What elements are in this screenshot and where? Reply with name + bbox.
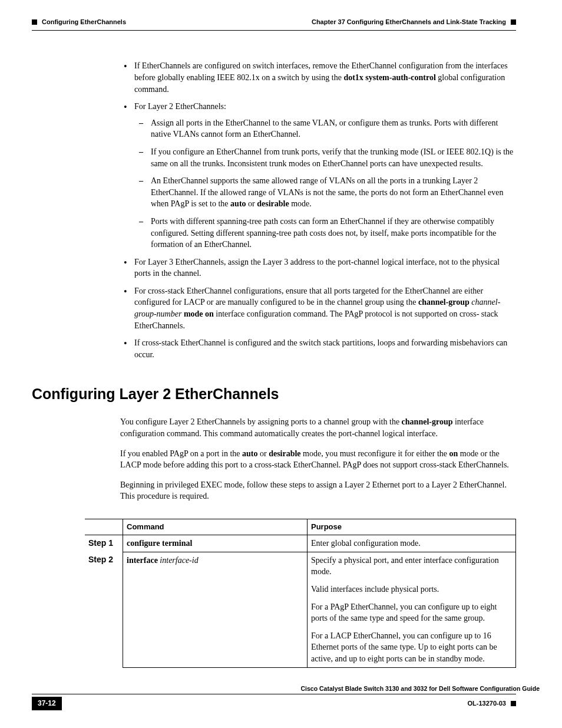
list-item: For Layer 2 EtherChannels: Assign all po… <box>120 101 516 251</box>
paragraph: If you enabled PAgP on a port in the aut… <box>120 448 516 471</box>
paragraph: Beginning in privileged EXEC mode, follo… <box>120 479 516 502</box>
text: You configure Layer 2 EtherChannels by a… <box>120 417 402 426</box>
header-chapter: Chapter 37 Configuring EtherChannels and… <box>312 18 506 27</box>
list-item: If cross-stack EtherChannel is configure… <box>120 337 516 360</box>
text-bold: interface <box>127 556 158 565</box>
command-cell: interface interface-id <box>123 552 308 667</box>
footer-bar: 37-12 OL-13270-03 <box>32 697 516 710</box>
section-body: You configure Layer 2 EtherChannels by a… <box>120 416 516 667</box>
text: or <box>246 199 257 208</box>
header-marker-icon <box>511 19 516 25</box>
command-cell: configure terminal <box>123 535 308 552</box>
list-item: If you configure an EtherChannel from tr… <box>134 146 516 169</box>
text: For a PAgP EtherChannel, you can configu… <box>311 601 512 624</box>
text-bold: auto <box>242 449 257 458</box>
page-number: 37-12 <box>32 697 62 710</box>
step-cell: Step 2 <box>85 552 123 667</box>
text-bold: desirable <box>269 449 300 458</box>
text: mode. <box>289 199 312 208</box>
text: If you enabled PAgP on a port in the <box>120 449 242 458</box>
page-footer: Cisco Catalyst Blade Switch 3130 and 303… <box>32 684 516 710</box>
text-bold: dot1x system-auth-control <box>343 73 435 82</box>
header-right: Chapter 37 Configuring EtherChannels and… <box>312 18 516 27</box>
main-content: If EtherChannels are configured on switc… <box>120 60 516 360</box>
list-item: For cross-stack EtherChannel configurati… <box>120 285 516 331</box>
doc-id: OL-13270-03 <box>468 699 506 708</box>
command-table: Command Purpose Step 1 configure termina… <box>85 519 516 668</box>
text: For a LACP EtherChannel, you can configu… <box>311 630 512 665</box>
text: Specify a physical port, and enter inter… <box>311 555 512 578</box>
text-bold: on <box>449 449 458 458</box>
list-item: Ports with different spanning-tree path … <box>134 216 516 251</box>
text-bold: mode on <box>184 309 214 318</box>
text-bold: channel-group <box>402 417 453 426</box>
text-bold: channel-group <box>418 298 470 307</box>
section-heading: Configuring Layer 2 EtherChannels <box>32 384 516 404</box>
text: Beginning in privileged EXEC mode, follo… <box>120 480 507 501</box>
step-cell: Step 1 <box>85 535 123 552</box>
text-bold: configure terminal <box>127 539 192 548</box>
paragraph: You configure Layer 2 EtherChannels by a… <box>120 416 516 439</box>
text: An EtherChannel supports the same allowe… <box>151 176 503 208</box>
header-left: Configuring EtherChannels <box>32 18 126 27</box>
text-italic: interface-id <box>158 556 199 565</box>
bullet-list: If EtherChannels are configured on switc… <box>120 60 516 360</box>
footer-rule <box>32 694 516 694</box>
footer-title: Cisco Catalyst Blade Switch 3130 and 303… <box>32 684 540 693</box>
text: Ports with different spanning-tree path … <box>151 217 496 249</box>
text: mode, you must reconfigure it for either… <box>301 449 449 458</box>
list-item: For Layer 3 EtherChannels, assign the La… <box>120 256 516 279</box>
table-row: Step 1 configure terminal Enter global c… <box>85 535 516 552</box>
list-item: Assign all ports in the EtherChannel to … <box>134 117 516 140</box>
text-bold: auto <box>230 199 246 208</box>
table-header-command: Command <box>123 519 308 535</box>
header-rule <box>32 30 516 31</box>
text-bold: desirable <box>257 199 289 208</box>
footer-marker-icon <box>511 701 516 706</box>
text: For Layer 2 EtherChannels: <box>134 102 226 111</box>
text: Valid interfaces include physical ports. <box>311 584 512 595</box>
header-marker-icon <box>32 19 37 25</box>
footer-right: OL-13270-03 <box>468 699 516 708</box>
purpose-cell: Enter global configuration mode. <box>308 535 516 552</box>
table-header-row: Command Purpose <box>85 519 516 535</box>
text: For Layer 3 EtherChannels, assign the La… <box>134 258 500 278</box>
list-item: If EtherChannels are configured on switc… <box>120 60 516 95</box>
sub-list: Assign all ports in the EtherChannel to … <box>134 117 516 251</box>
page-header: Configuring EtherChannels Chapter 37 Con… <box>32 18 516 27</box>
text: or <box>257 449 269 458</box>
table-header-step <box>85 519 123 535</box>
header-section: Configuring EtherChannels <box>42 18 126 27</box>
list-item: An EtherChannel supports the same allowe… <box>134 175 516 210</box>
purpose-cell: Specify a physical port, and enter inter… <box>308 552 516 667</box>
page: Configuring EtherChannels Chapter 37 Con… <box>0 0 562 728</box>
table-row: Step 2 interface interface-id Specify a … <box>85 552 516 667</box>
table-header-purpose: Purpose <box>308 519 516 535</box>
text: If you configure an EtherChannel from tr… <box>151 147 513 168</box>
text: If cross-stack EtherChannel is configure… <box>134 338 507 359</box>
text: Assign all ports in the EtherChannel to … <box>151 118 498 139</box>
